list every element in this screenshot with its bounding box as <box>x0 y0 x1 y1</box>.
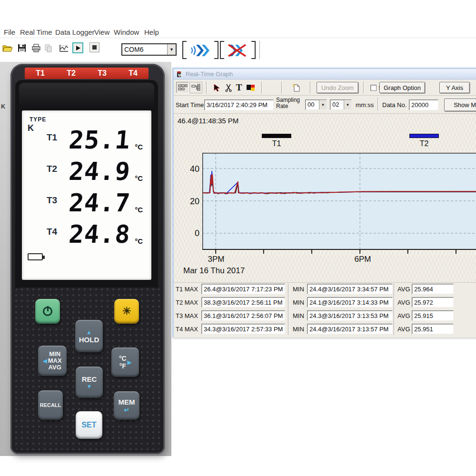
lcd-t2-value: 24.9 <box>39 159 132 184</box>
t2-max-label: T2 MAX <box>176 299 198 306</box>
com-port-select[interactable]: COM6 ▼ <box>121 43 177 56</box>
data-no-field[interactable]: 20000 <box>409 99 438 110</box>
text-tool-icon[interactable]: T <box>234 82 244 93</box>
t3-min-label: MIN <box>293 312 304 319</box>
device-photo: K T1 T2 T3 T4 TYPE K T1 25.1 °C T2 24.9 … <box>0 62 171 456</box>
undo-zoom-button[interactable]: Undo Zoom <box>317 82 358 93</box>
backlight-icon: ☀ <box>122 305 131 317</box>
data-no-label: Data No. <box>382 101 407 109</box>
group-bracket-right <box>214 41 218 59</box>
lcd-type-label: TYPE <box>30 116 46 123</box>
t4-max-field[interactable]: 34.3@3/16/2017 2:57:33 PM <box>201 324 285 334</box>
t2-max-value: 38.3@3/16/2017 2:56:11 PM <box>204 299 282 306</box>
y-axis-button[interactable]: Y Axis <box>439 82 470 93</box>
t2-min-field[interactable]: 24.1@3/16/2017 3:14:33 PM <box>307 297 393 307</box>
start-recording-icon[interactable] <box>72 42 83 53</box>
legend-t1-swatch[interactable] <box>262 134 291 138</box>
split-checkbox[interactable] <box>370 82 377 93</box>
t1-avg-field[interactable]: 25.964 <box>412 284 454 294</box>
channel-t1-label: T1 <box>36 69 45 78</box>
device-channel-strip: T1 T2 T3 T4 <box>25 68 149 79</box>
data-no-value: 20000 <box>411 101 428 109</box>
copy-icon[interactable] <box>43 42 54 54</box>
stats-table: T1 MAX 26.4@3/16/2017 7:17:23 PM MIN 24.… <box>174 282 476 337</box>
menu-window[interactable]: Window <box>114 28 139 36</box>
t4-avg-field[interactable]: 25.951 <box>412 324 454 334</box>
color-tool-icon[interactable] <box>245 82 256 93</box>
menu-bar: File Real Time Data Logger View Window H… <box>0 27 476 38</box>
lcd-t1-unit: °C <box>135 143 143 151</box>
t1-avg-label: AVG <box>397 286 410 293</box>
t3-avg-value: 25.915 <box>414 312 433 319</box>
dropdown-arrow-icon[interactable]: ▼ <box>319 100 327 109</box>
t2-max-field[interactable]: 38.3@3/16/2017 2:56:11 PM <box>201 297 285 307</box>
y-tick-20: 20 <box>179 197 199 207</box>
legend-t2-swatch[interactable] <box>409 134 439 138</box>
hold-label: HOLD <box>79 336 99 344</box>
legend-t2-label: T2 <box>409 139 439 148</box>
t4-avg-value: 25.951 <box>414 326 433 333</box>
pointer-tool-icon[interactable] <box>212 82 222 93</box>
dropdown-arrow-icon[interactable]: ▼ <box>344 100 351 109</box>
menu-real-time[interactable]: Real Time <box>20 28 52 36</box>
t4-min-field[interactable]: 24.4@3/16/2017 3:13:57 PM <box>307 324 393 334</box>
t1-min-value: 24.4@3/16/2017 3:34:57 PM <box>309 286 388 293</box>
disconnect-icon[interactable] <box>224 43 250 58</box>
hold-button: ▲ HOLD <box>75 320 103 352</box>
t3-avg-field[interactable]: 25.915 <box>412 310 454 321</box>
set-button: SET <box>76 411 102 439</box>
t3-max-value: 36.1@3/16/2017 2:56:07 PM <box>204 312 283 319</box>
menu-data-logger[interactable]: Data Logger <box>55 28 95 36</box>
battery-icon <box>28 253 43 260</box>
toolbar-separator <box>261 81 262 94</box>
layout-tree-icon[interactable] <box>189 82 202 93</box>
com-port-value: COM6 <box>122 46 167 53</box>
scissors-tool-icon[interactable] <box>223 82 234 93</box>
x-tick-6pm: 6PM <box>348 255 377 264</box>
t1-min-label: MIN <box>293 286 304 293</box>
new-page-icon[interactable] <box>291 82 301 93</box>
plot-area[interactable] <box>202 153 476 256</box>
window-title-bar[interactable]: Real-Time Graph <box>174 69 476 79</box>
graph-option-button[interactable]: Graph Option <box>379 82 425 93</box>
mem-button: MEM ↵ <box>114 391 139 420</box>
sampling-ss-select[interactable]: 02 ▼ <box>330 99 352 110</box>
dropdown-arrow-icon[interactable]: ▼ <box>167 44 176 55</box>
up-arrow-icon: ▲ <box>86 329 92 336</box>
recall-button: RECALL <box>38 390 63 420</box>
connect-icon[interactable] <box>188 43 214 58</box>
stop-recording-icon[interactable] <box>89 42 99 52</box>
graph-option-label: Graph Option <box>384 84 421 91</box>
show-maxmin-button[interactable]: Show MAX/MIN <box>444 99 476 111</box>
real-time-graph-window: Real-Time Graph T <box>172 68 476 337</box>
t3-min-field[interactable]: 24.3@3/16/2017 3:13:53 PM <box>307 310 393 321</box>
lcd-t4-unit: °C <box>135 237 143 245</box>
menu-help[interactable]: Help <box>144 28 159 36</box>
t1-min-field[interactable]: 24.4@3/16/2017 3:34:57 PM <box>307 284 393 294</box>
params-row: Start Time 3/16/2017 2:40:29 PM Sampling… <box>174 96 476 114</box>
start-time-field[interactable]: 3/16/2017 2:40:29 PM <box>204 99 274 110</box>
menu-file[interactable]: File <box>4 28 15 36</box>
print-icon[interactable] <box>30 42 42 54</box>
channel-t4-label: T4 <box>129 69 138 78</box>
t4-min-label: MIN <box>293 326 304 333</box>
layout-grid-icon[interactable] <box>176 82 189 93</box>
save-icon[interactable] <box>16 42 28 54</box>
t4-min-value: 24.4@3/16/2017 3:13:57 PM <box>309 326 388 333</box>
t4-max-value: 34.3@3/16/2017 2:57:33 PM <box>204 326 283 333</box>
sampling-mm-select[interactable]: 00 ▼ <box>305 99 327 110</box>
power-button <box>35 299 60 324</box>
cursor-annotation: 46.4@11:48:35 PM <box>178 117 238 125</box>
table-row-t2: T2 MAX 38.3@3/16/2017 2:56:11 PM MIN 24.… <box>174 297 476 307</box>
backlight-button: ☀ <box>114 299 139 324</box>
left-arrow-icon: ◀ <box>43 358 47 364</box>
start-time-value: 3/16/2017 2:40:29 PM <box>207 101 268 109</box>
text-tool-label: T <box>236 82 242 93</box>
t3-max-field[interactable]: 36.1@3/16/2017 2:56:07 PM <box>201 310 285 321</box>
t1-max-field[interactable]: 26.4@3/16/2017 7:17:23 PM <box>201 284 285 294</box>
menu-view[interactable]: View <box>94 28 109 36</box>
graph-setup-icon[interactable] <box>58 42 69 54</box>
toolbar-separator <box>281 81 282 94</box>
t2-avg-field[interactable]: 25.972 <box>412 297 454 307</box>
open-file-icon[interactable] <box>2 42 13 54</box>
